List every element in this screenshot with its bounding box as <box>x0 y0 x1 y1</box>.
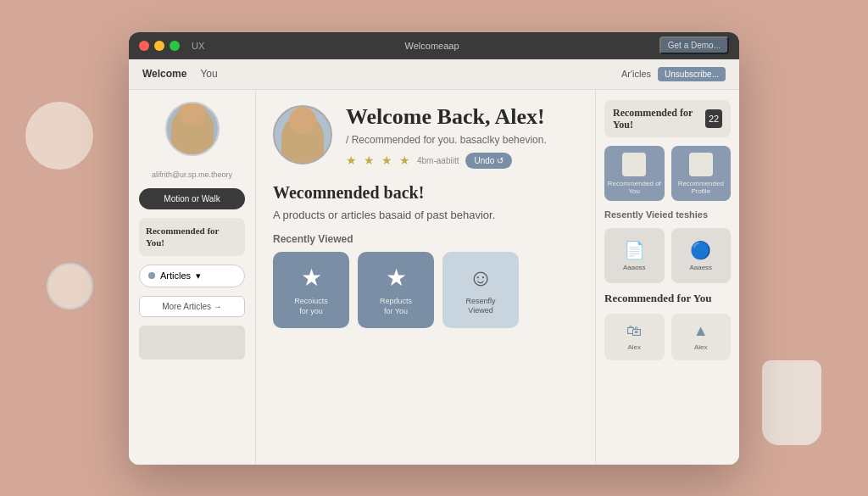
articles-button[interactable]: Articles ▾ <box>139 265 245 287</box>
right-card-1[interactable]: Recommended of You <box>604 146 665 201</box>
rec-header-card: Recommended for You! 22 <box>604 100 731 138</box>
stars-row: ★ ★ ★ ★ 4bm-aabiitt Undo ↺ <box>346 153 578 169</box>
right-bottom-1-label: Alex <box>627 343 641 351</box>
card-1[interactable]: ★ Recoiuctsfor you <box>273 252 349 328</box>
app-title: UX <box>192 41 204 51</box>
right-card-2[interactable]: Recommended Profile <box>671 146 732 201</box>
card-1-icon: ★ <box>301 264 322 292</box>
right-bottom-1[interactable]: 🛍 Alex <box>604 314 665 360</box>
right-item-1-label: Aaaoss <box>623 264 646 271</box>
right-items-grid: 📄 Aaaoss 🔵 Aaaess <box>604 228 731 283</box>
welcome-avatar-body <box>281 115 324 163</box>
titlebar: UX Welcomeaap Get a Demo... <box>129 32 739 59</box>
avatar-head <box>179 102 206 125</box>
card-2[interactable]: ★ Repductsfor You <box>358 252 434 328</box>
right-item-2-icon: 🔵 <box>690 240 711 260</box>
articles-chevron: ▾ <box>196 270 201 281</box>
sidebar-rec-card: Recommended for You! <box>139 218 245 256</box>
right-item-1[interactable]: 📄 Aaaoss <box>604 228 665 283</box>
right-bottom-grid: 🛍 Alex ▲ Alex <box>604 314 731 360</box>
sidebar-avatar <box>165 102 220 156</box>
welcome-subtitle: / Recommended for you. basaclky behevion… <box>346 134 578 146</box>
right-card-1-label: Recommended of You <box>604 180 665 195</box>
minimize-btn[interactable] <box>154 41 164 51</box>
articles-label: Articles <box>160 270 191 281</box>
rec-badge: 22 <box>705 109 722 128</box>
welcome-title: Welcome Back, Alex! <box>346 105 578 130</box>
section-title: Wecomnended back! <box>273 182 578 203</box>
right-card-1-icon <box>622 153 646 176</box>
recently-viewed-label: Recently Viewed <box>273 233 578 245</box>
articles-dot-icon <box>148 272 155 279</box>
nav-you[interactable]: You <box>200 68 217 80</box>
welcome-avatar-head <box>289 107 316 134</box>
section-desc: A products or articles basaid of past be… <box>273 208 578 223</box>
right-card-2-icon <box>689 153 713 176</box>
sidebar-placeholder <box>139 326 245 359</box>
card-3-icon: ☺ <box>469 265 493 292</box>
app-window: UX Welcomeaap Get a Demo... Welcome You … <box>129 32 739 465</box>
right-bottom-1-icon: 🛍 <box>626 322 642 340</box>
right-cards-grid: Recommended of You Recommended Profile <box>604 146 731 201</box>
window-title: Welcomeaap <box>209 41 654 51</box>
bg-decoration-clock <box>47 263 93 309</box>
right-item-1-icon: 📄 <box>624 240 645 260</box>
right-rec-label: Recommended for You <box>604 292 731 305</box>
welcome-section: Welcome Back, Alex! / Recommended for yo… <box>273 105 578 170</box>
star-4: ★ <box>399 153 410 168</box>
right-item-2-label: Aaaess <box>689 264 712 271</box>
star-1: ★ <box>346 153 357 168</box>
navbar: Welcome You Ar'icles Unsubscribe... <box>129 59 739 90</box>
sidebar-user-info: alifrith@ur.sp.me.theory <box>139 170 245 181</box>
bg-decoration-vase <box>762 360 821 445</box>
content-area: alifrith@ur.sp.me.theory Motion or Walk … <box>129 90 739 465</box>
right-bottom-2-label: Alex <box>694 343 708 351</box>
bg-decoration-blob <box>25 102 93 170</box>
card-2-label: Repductsfor You <box>376 297 415 316</box>
rec-header-text: Recommended for You! <box>613 107 705 131</box>
cards-row: ★ Recoiuctsfor you ★ Repductsfor You ☺ R… <box>273 252 578 328</box>
star-2: ★ <box>364 153 375 168</box>
right-panel: Recommended for You! 22 Recommended of Y… <box>595 90 739 465</box>
nav-welcome[interactable]: Welcome <box>142 68 186 80</box>
card-3-label: ResenflyViewed <box>462 297 498 316</box>
right-bottom-2[interactable]: ▲ Alex <box>671 314 732 360</box>
right-bottom-2-icon: ▲ <box>693 322 709 340</box>
motion-walk-button[interactable]: Motion or Walk <box>139 188 245 209</box>
right-item-2[interactable]: 🔵 Aaaess <box>671 228 732 283</box>
right-card-2-label: Recommended Profile <box>671 180 732 195</box>
card-1-label: Recoiuctsfor you <box>291 297 331 316</box>
star-label: 4bm-aabiitt <box>417 156 459 165</box>
nav-right-actions: Ar'icles Unsubscribe... <box>621 67 726 81</box>
get-demo-button[interactable]: Get a Demo... <box>659 36 729 54</box>
main-panel: Welcome Back, Alex! / Recommended for yo… <box>256 90 595 465</box>
subscribe-button[interactable]: Unsubscribe... <box>658 67 726 81</box>
avatar-body <box>171 107 214 154</box>
sidebar: alifrith@ur.sp.me.theory Motion or Walk … <box>129 90 256 465</box>
maximize-btn[interactable] <box>170 41 180 51</box>
card-3[interactable]: ☺ ResenflyViewed <box>442 252 519 328</box>
more-articles-button[interactable]: More Articles → <box>139 296 245 317</box>
welcome-text: Welcome Back, Alex! / Recommended for yo… <box>346 105 578 170</box>
recently-section-label: Resently Vieied teshies <box>604 209 731 220</box>
undo-button[interactable]: Undo ↺ <box>465 153 512 169</box>
welcome-avatar <box>273 105 332 164</box>
nav-articles[interactable]: Ar'icles <box>621 69 651 79</box>
star-3: ★ <box>381 153 392 168</box>
card-2-icon: ★ <box>386 264 407 292</box>
close-btn[interactable] <box>139 41 149 51</box>
